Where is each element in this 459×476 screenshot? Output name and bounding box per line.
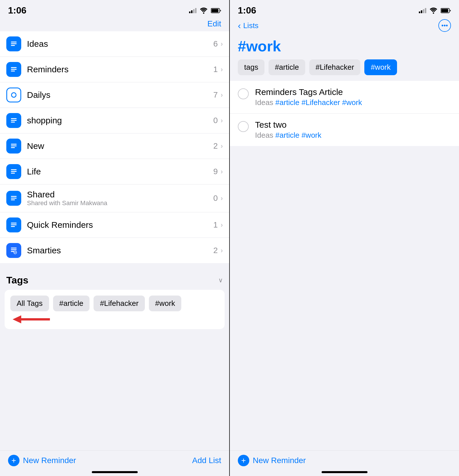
tags-chevron-icon[interactable]: ∨: [218, 277, 223, 284]
filter-tag-lifehacker[interactable]: #Lifehacker: [309, 59, 360, 75]
list-item-quick-reminders[interactable]: Quick Reminders 1 ›: [0, 212, 229, 238]
nav-bar-left: Edit: [0, 18, 229, 31]
signal-icon-right: [419, 8, 426, 13]
list-icon-ideas: [6, 36, 21, 51]
chevron-ideas: ›: [221, 40, 223, 48]
svg-rect-12: [11, 144, 17, 145]
list-icon-reminders: [6, 62, 21, 77]
svg-rect-23: [11, 226, 15, 227]
filter-tag-tags[interactable]: tags: [238, 59, 264, 75]
svg-rect-2: [11, 42, 17, 42]
svg-rect-13: [11, 145, 17, 146]
list-label-reminders: Reminders: [27, 65, 213, 74]
svg-rect-11: [11, 122, 15, 123]
reminder-item-1[interactable]: Reminders Tags Article Ideas #article #L…: [230, 81, 459, 114]
signal-icon: [189, 8, 197, 13]
reminder-title-1: Reminders Tags Article: [255, 87, 451, 97]
arrow-annotation: [13, 315, 50, 323]
back-chevron-icon: ‹: [238, 20, 241, 31]
svg-rect-31: [441, 9, 448, 12]
list-scroll-area: Ideas 6 › Reminders 1 ›: [0, 31, 229, 476]
status-bar-right: 1:06: [230, 0, 459, 18]
tag-lifehacker[interactable]: #Lifehacker: [94, 296, 145, 311]
list-label-shopping: shopping: [27, 116, 213, 125]
reminder-item-2[interactable]: Test two Ideas #article #work: [230, 114, 459, 146]
chevron-quick-reminders: ›: [221, 221, 223, 229]
chevron-shared: ›: [221, 194, 223, 202]
wifi-icon-right: [429, 7, 438, 14]
svg-point-8: [11, 93, 16, 97]
list-icon-quick-reminders: [6, 217, 21, 232]
list-sublabel-shared: Shared with Samir Makwana: [27, 199, 213, 207]
tags-header: Tags ∨: [0, 268, 229, 290]
list-container: Ideas 6 › Reminders 1 ›: [0, 31, 229, 263]
right-panel: 1:06 ‹ Lists ••• #w: [230, 0, 459, 476]
filter-tag-work[interactable]: #work: [364, 59, 397, 75]
reminder-tag-article-1[interactable]: #article: [275, 98, 299, 107]
reminder-tag-lifehacker-1[interactable]: #Lifehacker: [302, 98, 340, 107]
svg-rect-9: [11, 118, 17, 119]
reminder-checkbox-2[interactable]: [238, 121, 249, 132]
reminder-tags-1: Ideas #article #Lifehacker #work: [255, 98, 451, 107]
svg-rect-20: [11, 199, 15, 200]
home-indicator-left: [92, 471, 138, 473]
reminder-list-label-2: Ideas: [255, 131, 275, 139]
wifi-icon: [199, 7, 208, 14]
svg-rect-15: [11, 169, 17, 170]
edit-button[interactable]: Edit: [207, 19, 221, 28]
chevron-life: ›: [221, 168, 223, 176]
tags-cloud: All Tags #article #Lifehacker #work: [5, 290, 225, 329]
reminder-list-label-1: Ideas: [255, 98, 275, 107]
tag-work[interactable]: #work: [149, 296, 181, 311]
list-item-new[interactable]: New 2 ›: [0, 133, 229, 159]
list-count-life: 9: [213, 167, 218, 176]
reminder-tag-work-2[interactable]: #work: [302, 131, 321, 139]
new-reminder-button-left[interactable]: + New Reminder: [8, 455, 76, 466]
list-icon-shopping: [6, 113, 21, 128]
list-icon-new: [6, 139, 21, 154]
add-list-button[interactable]: Add List: [192, 456, 221, 465]
list-label-smarties: Smarties: [27, 246, 213, 255]
svg-rect-7: [11, 71, 15, 71]
list-count-shared: 0: [213, 194, 218, 203]
reminder-tag-article-2[interactable]: #article: [275, 131, 299, 139]
tag-all-tags[interactable]: All Tags: [10, 296, 49, 311]
list-count-ideas: 6: [213, 39, 218, 48]
list-item-dailys[interactable]: Dailys 7 ›: [0, 82, 229, 108]
page-title: #work: [230, 35, 459, 59]
tag-article[interactable]: #article: [53, 296, 90, 311]
new-reminder-label-left: New Reminder: [23, 456, 76, 465]
time-left: 1:06: [8, 5, 26, 16]
list-count-shopping: 0: [213, 116, 218, 125]
reminder-tag-work-1[interactable]: #work: [342, 98, 362, 107]
back-button[interactable]: ‹ Lists: [238, 20, 258, 31]
list-item-smarties[interactable]: Smarties 2 ›: [0, 238, 229, 263]
list-item-shared[interactable]: Shared Shared with Samir Makwana 0 ›: [0, 184, 229, 212]
list-label-ideas: Ideas: [27, 39, 213, 49]
left-panel: 1:06 Edit: [0, 0, 230, 476]
svg-rect-22: [11, 224, 17, 225]
chevron-shopping: ›: [221, 116, 223, 125]
list-item-reminders[interactable]: Reminders 1 ›: [0, 57, 229, 82]
new-reminder-button-right[interactable]: + New Reminder: [238, 455, 306, 466]
list-label-dailys: Dailys: [27, 90, 213, 100]
list-label-life: Life: [27, 167, 213, 176]
svg-rect-5: [11, 67, 17, 68]
reminder-tags-2: Ideas #article #work: [255, 131, 451, 140]
svg-rect-14: [11, 147, 15, 148]
nav-bar-right: ‹ Lists •••: [230, 18, 459, 35]
filter-tag-article[interactable]: #article: [269, 59, 305, 75]
more-button[interactable]: •••: [438, 19, 451, 32]
list-icon-dailys: [6, 88, 21, 102]
red-arrow-icon: [13, 315, 50, 323]
more-icon: •••: [441, 22, 448, 29]
reminder-title-2: Test two: [255, 120, 451, 130]
list-item-life[interactable]: Life 9 ›: [0, 159, 229, 184]
list-item-shopping[interactable]: shopping 0 ›: [0, 108, 229, 133]
svg-rect-29: [21, 318, 50, 320]
reminder-checkbox-1[interactable]: [238, 88, 249, 99]
plus-icon-left: +: [8, 455, 20, 466]
list-count-new: 2: [213, 141, 218, 151]
plus-icon-right: +: [238, 455, 249, 466]
list-item-ideas[interactable]: Ideas 6 ›: [0, 31, 229, 57]
